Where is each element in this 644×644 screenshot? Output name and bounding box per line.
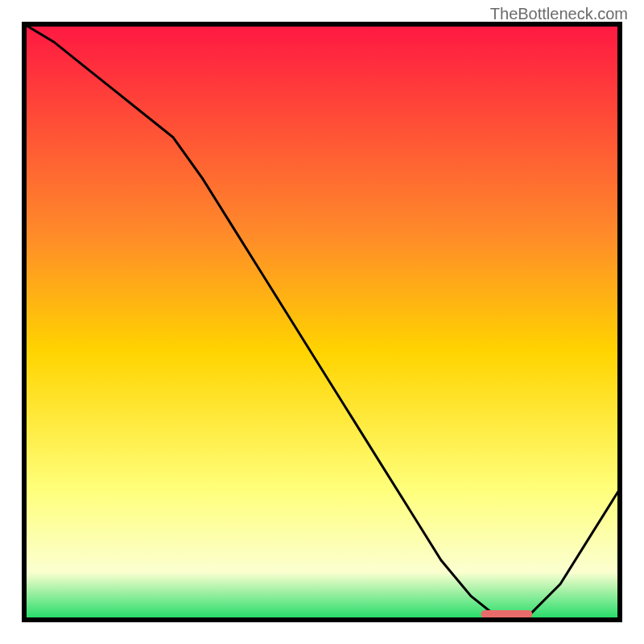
watermark-label: TheBottleneck.com bbox=[490, 5, 628, 23]
plot-background bbox=[24, 24, 620, 620]
chart-container: TheBottleneck.com bbox=[0, 0, 644, 644]
bottleneck-chart bbox=[0, 0, 644, 644]
optimum-marker bbox=[481, 610, 532, 618]
